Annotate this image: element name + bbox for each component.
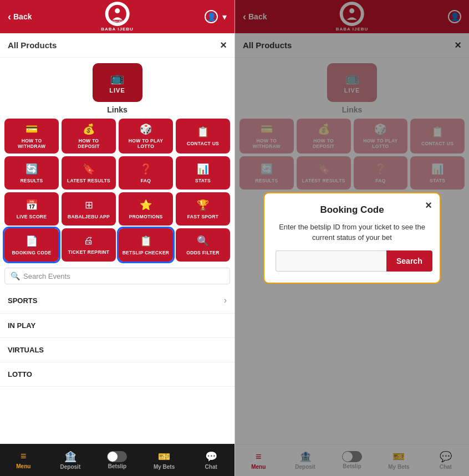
back-label-left: Back [13, 12, 32, 21]
contact-icon: 📋 [197, 126, 209, 138]
stats-label: STATS [195, 178, 211, 183]
promo-label: PROMOTIONS [129, 214, 162, 219]
betslip-tab-left[interactable]: Betslip [94, 448, 141, 473]
header-icons-left: 👤 ▾ [205, 10, 227, 23]
virtuals-nav-item[interactable]: VIRTUALS [0, 338, 234, 362]
latest-results-btn[interactable]: 🔖 LATEST RESULTS [62, 156, 116, 190]
withdraw-icon: 💳 [26, 123, 38, 135]
svg-point-1 [115, 8, 120, 13]
deposit-icon: 💰 [83, 123, 95, 135]
betslip-toggle-left [107, 451, 127, 462]
booking-code-input[interactable] [276, 250, 386, 272]
latest-icon: 🔖 [83, 163, 95, 175]
right-screen: ‹ Back BABA IJEBU 👤 All Products × 📺 LIV… [234, 0, 469, 476]
odds-filter-btn[interactable]: 🔍 ODDS FILTER [176, 228, 230, 262]
stats-btn[interactable]: 📊 STATS [176, 156, 230, 190]
in-play-nav-item[interactable]: IN PLAY [0, 314, 234, 338]
booking-code-label: BOOKING CODE [12, 250, 51, 255]
live-score-icon: 📅 [26, 199, 38, 211]
chat-icon-left: 💬 [205, 451, 217, 463]
faq-btn[interactable]: ❓ FAQ [119, 156, 173, 190]
virtuals-label: VIRTUALS [8, 346, 44, 354]
search-icon-left: 🔍 [11, 272, 20, 280]
results-btn[interactable]: 🔄 RESULTS [4, 156, 59, 190]
modal-overlay: × Booking Code Enter the betslip ID from… [235, 0, 469, 476]
results-label: RESULTS [20, 178, 43, 183]
live-score-btn[interactable]: 📅 LIVE SCORE [4, 192, 59, 226]
deposit-tab-icon-left: 🏦 [64, 451, 77, 463]
how-to-play-lotto-btn[interactable]: 🎲 HOW TO PLAYLOTTO [119, 119, 173, 153]
left-screen: ‹ Back BABA IJEBU BABA IJEBU 👤 ▾ All Pro… [0, 0, 234, 476]
bottom-nav-left: ≡ Menu 🏦 Deposit Betslip 🎫 My Bets 💬 Cha… [0, 444, 234, 476]
products-title-left: All Products [8, 40, 57, 50]
svg-text:BABA IJEBU: BABA IJEBU [110, 21, 125, 23]
lotto-nav-item[interactable]: LOTTO [0, 362, 234, 387]
chevron-left: ▾ [222, 12, 227, 22]
modal-title: Booking Code [276, 204, 429, 216]
lotto-nav-label: LOTTO [8, 370, 32, 378]
fast-sport-label: FAST SPORT [187, 214, 218, 219]
back-arrow-left: ‹ [8, 11, 11, 23]
user-icon-left[interactable]: 👤 [205, 10, 218, 23]
modal-search-button[interactable]: Search [386, 250, 432, 272]
promo-icon: ⭐ [140, 199, 152, 211]
links-label-left: Links [107, 105, 128, 114]
fast-sport-btn[interactable]: 🏆 FAST SPORT [176, 192, 230, 226]
search-bar-left[interactable]: 🔍 Search Events [4, 268, 230, 284]
live-label-left: LIVE [109, 87, 125, 94]
ticket-reprint-btn[interactable]: 🖨 TICKET REPRINT [62, 228, 116, 262]
contact-label: CONTACT US [187, 141, 219, 146]
left-header: ‹ Back BABA IJEBU BABA IJEBU 👤 ▾ [0, 0, 234, 33]
lotto-label: HOW TO PLAYLOTTO [129, 138, 163, 149]
my-bets-label-left: My Bets [154, 464, 175, 470]
live-button-left[interactable]: 📺 LIVE [93, 63, 142, 102]
booking-code-btn[interactable]: 📄 BOOKING CODE [4, 228, 59, 262]
my-bets-tab-left[interactable]: 🎫 My Bets [141, 447, 188, 473]
sports-label: SPORTS [8, 296, 37, 305]
ticket-reprint-icon: 🖨 [84, 235, 94, 247]
logo-brand-left: BABA IJEBU [101, 27, 134, 32]
app-label: BABALJEBU APP [68, 214, 110, 219]
modal-close-btn[interactable]: × [425, 199, 432, 212]
nav-list-left: SPORTS › IN PLAY VIRTUALS LOTTO [0, 288, 234, 444]
babaljebu-app-btn[interactable]: ⊞ BABALJEBU APP [62, 192, 116, 226]
fast-sport-icon: 🏆 [197, 199, 209, 211]
how-to-deposit-btn[interactable]: 💰 HOW TODEPOSIT [62, 119, 116, 153]
results-icon: 🔄 [26, 163, 38, 175]
grid-buttons-left: 💳 HOW TOWITHDRAW 💰 HOW TODEPOSIT 🎲 HOW T… [0, 119, 234, 264]
promotions-btn[interactable]: ⭐ PROMOTIONS [119, 192, 173, 226]
menu-tab-left[interactable]: ≡ Menu [0, 447, 47, 473]
in-play-label: IN PLAY [8, 321, 35, 330]
latest-label: LATEST RESULTS [67, 178, 110, 183]
my-bets-icon-left: 🎫 [158, 451, 170, 463]
betslip-checker-icon: 📋 [140, 235, 152, 247]
back-button-left[interactable]: ‹ Back [8, 11, 32, 23]
lotto-icon: 🎲 [140, 123, 152, 135]
menu-label-left: Menu [16, 463, 30, 469]
booking-code-modal: × Booking Code Enter the betslip ID from… [263, 192, 441, 283]
deposit-tab-label-left: Deposit [60, 464, 81, 470]
products-close-left[interactable]: × [220, 39, 227, 52]
modal-description: Enter the betslip ID from your ticket to… [276, 222, 429, 242]
betslip-tab-label-left: Betslip [108, 463, 126, 469]
contact-us-btn[interactable]: 📋 CONTACT US [176, 119, 230, 153]
logo-svg-left: BABA IJEBU [107, 4, 127, 24]
deposit-tab-left[interactable]: 🏦 Deposit [47, 447, 94, 473]
betslip-checker-label: BETSLIP CHECKER [123, 250, 170, 255]
modal-input-row: Search [276, 250, 429, 272]
logo-left: BABA IJEBU BABA IJEBU [101, 2, 134, 32]
products-bar-left: All Products × [0, 33, 234, 58]
app-icon: ⊞ [85, 199, 93, 211]
booking-code-icon: 📄 [26, 235, 38, 247]
how-to-withdraw-btn[interactable]: 💳 HOW TOWITHDRAW [4, 119, 59, 153]
live-icon-left: 📺 [110, 71, 124, 85]
odds-filter-icon: 🔍 [197, 235, 209, 247]
odds-filter-label: ODDS FILTER [186, 250, 219, 255]
deposit-label: HOW TODEPOSIT [78, 138, 99, 149]
betslip-checker-btn[interactable]: 📋 BETSLIP CHECKER [119, 228, 173, 262]
chat-tab-left[interactable]: 💬 Chat [187, 447, 234, 473]
live-score-label: LIVE SCORE [17, 214, 47, 219]
live-section-left: 📺 LIVE Links [0, 58, 234, 119]
sports-nav-item[interactable]: SPORTS › [0, 288, 234, 314]
ticket-reprint-label: TICKET REPRINT [68, 249, 110, 255]
